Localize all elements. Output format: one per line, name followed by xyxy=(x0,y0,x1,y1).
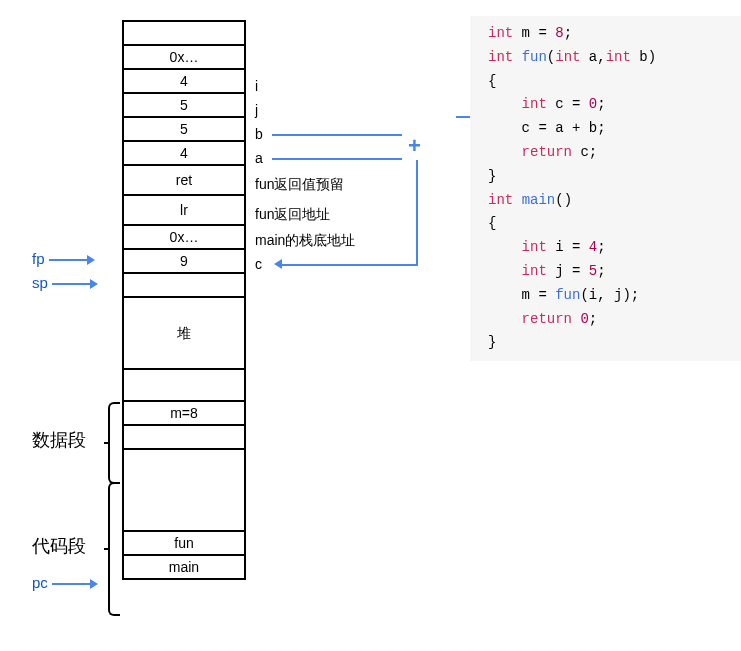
code-text: c = a + b; xyxy=(522,120,606,136)
code-text: m = xyxy=(522,287,556,303)
connector-line xyxy=(272,134,402,136)
code-text: ; xyxy=(597,96,605,112)
kw-return: return xyxy=(522,311,572,327)
code-text: } xyxy=(488,168,496,184)
code-text: j = xyxy=(547,263,589,279)
pc-label: pc xyxy=(32,574,48,591)
stack-cell: 4 xyxy=(124,140,244,164)
fn-name: fun xyxy=(522,49,547,65)
code-text: (i, j); xyxy=(580,287,639,303)
fn-name: main xyxy=(522,192,556,208)
connector-line xyxy=(416,160,418,264)
heap-section: 堆 xyxy=(124,296,244,368)
stack-cell: 0x… xyxy=(124,44,244,68)
kw-int: int xyxy=(488,49,513,65)
code-text: ; xyxy=(597,239,605,255)
code-text: m = xyxy=(513,25,555,41)
kw-int: int xyxy=(522,239,547,255)
kw-int: int xyxy=(522,96,547,112)
stack-cell: 0x… xyxy=(124,224,244,248)
stack-cell: 5 xyxy=(124,92,244,116)
num: 0 xyxy=(589,96,597,112)
kw-int: int xyxy=(606,49,631,65)
num: 5 xyxy=(589,263,597,279)
code-text: b) xyxy=(631,49,656,65)
pc-pointer: pc xyxy=(32,574,98,591)
arrow-right-icon xyxy=(49,255,95,265)
sp-pointer: sp xyxy=(32,274,98,291)
num: 4 xyxy=(589,239,597,255)
code-text: a, xyxy=(580,49,605,65)
num: 0 xyxy=(580,311,588,327)
code-text: c = xyxy=(547,96,589,112)
arrow-left-icon xyxy=(274,259,282,269)
code-text: { xyxy=(488,73,496,89)
plus-icon: + xyxy=(408,133,421,159)
code-text: () xyxy=(555,192,572,208)
cell-label: fun返回地址 xyxy=(255,206,385,224)
cell-label: i xyxy=(255,78,385,94)
kw-int: int xyxy=(488,192,513,208)
data-cell-empty xyxy=(124,368,244,400)
segment-label-data: 数据段 xyxy=(32,428,86,452)
code-cell: main xyxy=(124,554,244,578)
fp-pointer: fp xyxy=(32,250,95,267)
code-text: i = xyxy=(547,239,589,255)
data-cell-empty xyxy=(124,424,244,448)
stack-cell: 5 xyxy=(124,116,244,140)
code-text: { xyxy=(488,215,496,231)
code-text xyxy=(513,192,521,208)
code-text: } xyxy=(488,334,496,350)
code-text: ; xyxy=(564,25,572,41)
code-text: ; xyxy=(589,311,597,327)
stack-cell: ret xyxy=(124,164,244,194)
cell-label: j xyxy=(255,102,385,118)
code-cell: fun xyxy=(124,530,244,554)
kw-int: int xyxy=(488,25,513,41)
connector-line xyxy=(272,158,402,160)
stack-cell: 9 xyxy=(124,248,244,272)
cell-label: fun返回值预留 xyxy=(255,176,385,194)
stack-cell: lr xyxy=(124,194,244,224)
cell-label: main的栈底地址 xyxy=(255,232,385,250)
kw-return: return xyxy=(522,144,572,160)
segment-label-code: 代码段 xyxy=(32,534,86,558)
arrow-right-icon xyxy=(52,279,98,289)
stack-cell xyxy=(124,22,244,44)
fn-name: fun xyxy=(555,287,580,303)
code-panel: int m = 8; int fun(int a,int b) { int c … xyxy=(470,16,741,361)
brace-icon xyxy=(108,482,120,616)
stack-cell: 4 xyxy=(124,68,244,92)
stack-cell-empty xyxy=(124,272,244,296)
kw-int: int xyxy=(555,49,580,65)
fp-label: fp xyxy=(32,250,45,267)
code-cell-empty xyxy=(124,448,244,530)
brace-icon xyxy=(108,402,120,484)
arrow-right-icon xyxy=(52,579,98,589)
num: 8 xyxy=(555,25,563,41)
memory-column: 0x… 4 5 5 4 ret lr 0x… 9 堆 m=8 fun main xyxy=(122,20,246,580)
code-text: ; xyxy=(597,263,605,279)
code-text: c; xyxy=(572,144,597,160)
sp-label: sp xyxy=(32,274,48,291)
connector-line xyxy=(282,264,418,266)
kw-int: int xyxy=(522,263,547,279)
code-text: ( xyxy=(547,49,555,65)
code-text xyxy=(513,49,521,65)
data-cell: m=8 xyxy=(124,400,244,424)
